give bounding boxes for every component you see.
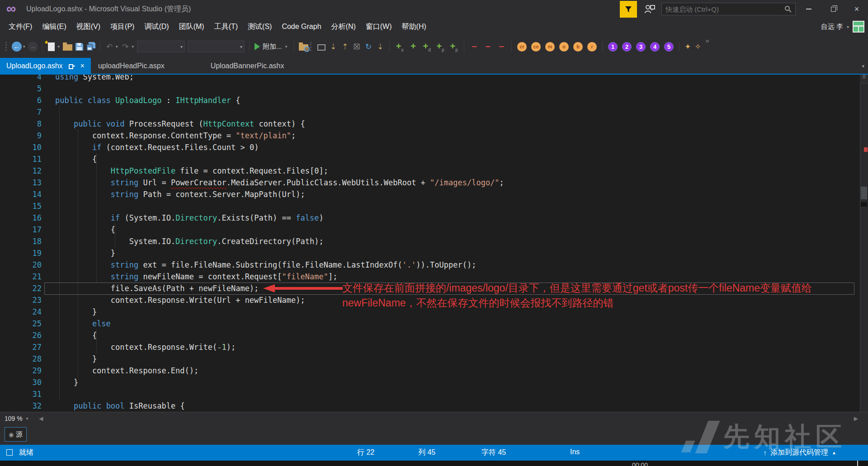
open-file-button[interactable] [61,41,73,52]
restore-button[interactable] [824,0,843,18]
code-line-21[interactable]: 21 string newFileName = context.Request[… [0,271,868,282]
menu-item-t[interactable]: 工具(T) [209,18,243,35]
snippet-badge-cr[interactable]: cr [517,42,527,52]
code-line-6[interactable]: 6public class UploadLogo : IHttpHandler … [0,94,868,106]
window-layout-button[interactable] [316,41,327,52]
code-line-13[interactable]: 13 string Url = PowerCreator.MediaServer… [0,177,868,188]
remove-item-button[interactable]: − [467,42,481,52]
bookmark-tool-icon[interactable]: ✦ [684,42,691,52]
zoom-level[interactable]: 109 % [0,415,23,422]
menu-item-p[interactable]: 项目(P) [105,18,139,35]
snippet-badge-o[interactable]: o [559,42,569,52]
code-line-12[interactable]: 12 HttpPostedFile file = context.Request… [0,165,868,177]
redo-button[interactable]: ↷ [120,41,132,52]
menu-item-d[interactable]: 调试(D) [139,18,174,35]
menu-item-codegraph[interactable]: Code Graph [277,18,326,35]
code-line-31[interactable]: 31 [0,388,868,400]
chevron-down-icon[interactable]: ▾ [116,44,118,49]
menu-item-v[interactable]: 视图(V) [71,18,105,35]
tab-uploadheadpic.aspx[interactable]: uploadHeadPic.aspx [91,58,172,74]
avatar[interactable] [853,21,864,33]
close-icon[interactable]: × [80,62,85,70]
get-latest-button[interactable]: ⇣ [374,41,386,52]
code-line-29[interactable]: 29 context.Response.End(); [0,365,868,377]
save-all-button[interactable] [85,41,97,52]
tab-uploadbannerpic.ashx[interactable]: UploadBannerPic.ashx [203,58,292,74]
toolbar-grip[interactable] [310,42,312,51]
navigate-forward-button[interactable]: → [27,41,39,52]
refresh-status-button[interactable]: ↻ [363,41,374,52]
splitter-handle[interactable]: ☰ [860,75,868,84]
save-button[interactable] [73,41,85,52]
add-item-button[interactable]: + [406,41,420,52]
code-line-32[interactable]: 32 public bool IsReusable { [0,400,868,412]
add-item-button[interactable]: +p [434,41,447,52]
platform-combobox[interactable]: ▾ [188,41,245,52]
account-area[interactable]: 自远 李 ▾ [821,21,868,33]
add-to-source-control-button[interactable]: ↑ 添加到源代码管理 ▲ [764,448,836,457]
menu-item-f[interactable]: 文件(F) [4,18,37,35]
code-line-26[interactable]: 26 { [0,329,868,341]
menu-item-n[interactable]: 分析(N) [326,18,361,35]
toolbar-grip[interactable] [5,42,7,51]
add-item-button[interactable]: +d [420,41,434,52]
checkin-button[interactable]: ⇣ [327,41,339,52]
add-item-button[interactable]: +s [393,41,406,52]
scrollbar-thumb[interactable] [861,187,867,199]
add-item-button[interactable]: +p [447,41,461,52]
code-line-25[interactable]: 25 else [0,318,868,329]
undo-button[interactable]: ↶ [104,41,115,52]
code-line-4[interactable]: 4using System.Web; [0,75,868,83]
attach-button[interactable]: 附加... ▾ [255,42,289,51]
code-line-5[interactable]: 5 [0,83,868,94]
tab-uploadlogo.ashx[interactable]: UploadLogo.ashx× [0,58,91,74]
code-line-30[interactable]: 30 } [0,377,868,388]
tab-list-chevron-icon[interactable]: ▾ [862,63,864,69]
bookmark-tool-icon[interactable]: ✧ [694,42,701,52]
chevron-down-icon[interactable]: ▾ [58,44,60,49]
code-line-28[interactable]: 28 } [0,353,868,365]
code-line-17[interactable]: 17 { [0,224,868,235]
code-line-9[interactable]: 9 context.Response.ContentType = "text/p… [0,130,868,141]
quick-launch-box[interactable] [661,3,796,15]
code-line-7[interactable]: 7 [0,106,868,118]
close-button[interactable]: × [847,0,866,18]
new-file-button[interactable] [46,41,57,52]
toolbar-overflow-icon[interactable]: » [706,35,709,44]
menu-item-w[interactable]: 窗口(W) [361,18,397,35]
chevron-down-icon[interactable]: ▾ [132,44,134,49]
code-line-8[interactable]: 8 public void ProcessRequest (HttpContex… [0,118,868,130]
menu-item-h[interactable]: 帮助(H) [397,18,431,35]
code-editor[interactable]: 4using System.Web;56public class UploadL… [0,75,868,412]
find-in-files-button[interactable] [297,41,309,52]
code-line-27[interactable]: 27 context.Response.Write(-1); [0,341,868,353]
scroll-right-arrow-icon[interactable]: ▶ [854,415,858,422]
code-line-16[interactable]: 16 if (System.IO.Directory.Exists(Path) … [0,212,868,224]
navigate-back-button[interactable]: ← [11,41,23,52]
snippet-badge-ce[interactable]: ce [531,42,541,52]
vertical-scrollbar[interactable] [860,75,868,412]
code-line-11[interactable]: 11 { [0,153,868,165]
checkout-button[interactable]: ⇡ [339,41,351,52]
undo-checkout-button[interactable]: ☒ [351,41,363,52]
chevron-down-icon[interactable]: ▾ [23,44,25,49]
remove-item-button[interactable]: − [481,42,495,52]
code-line-10[interactable]: 10 if (context.Request.Files.Count > 0) [0,141,868,153]
code-line-19[interactable]: 19 } [0,247,868,259]
source-view-button[interactable]: ◉ 源 [5,427,27,442]
numbered-badge-2[interactable]: 2 [622,42,632,52]
snippet-badge-b[interactable]: b [573,42,583,52]
numbered-badge-5[interactable]: 5 [664,42,674,52]
code-line-14[interactable]: 14 string Path = context.Server.MapPath(… [0,188,868,200]
feedback-icon[interactable] [644,4,655,14]
numbered-badge-4[interactable]: 4 [650,42,660,52]
menu-item-m[interactable]: 团队(M) [174,18,209,35]
code-line-15[interactable]: 15 [0,200,868,212]
chevron-down-icon[interactable]: ▾ [26,416,28,421]
minimize-button[interactable] [799,0,818,18]
pin-icon[interactable] [68,63,75,69]
menu-item-e[interactable]: 编辑(E) [37,18,71,35]
config-combobox[interactable]: ▾ [137,41,185,52]
snippet-badge-m[interactable]: m [545,42,555,52]
code-line-20[interactable]: 20 string ext = file.FileName.Substring(… [0,259,868,271]
